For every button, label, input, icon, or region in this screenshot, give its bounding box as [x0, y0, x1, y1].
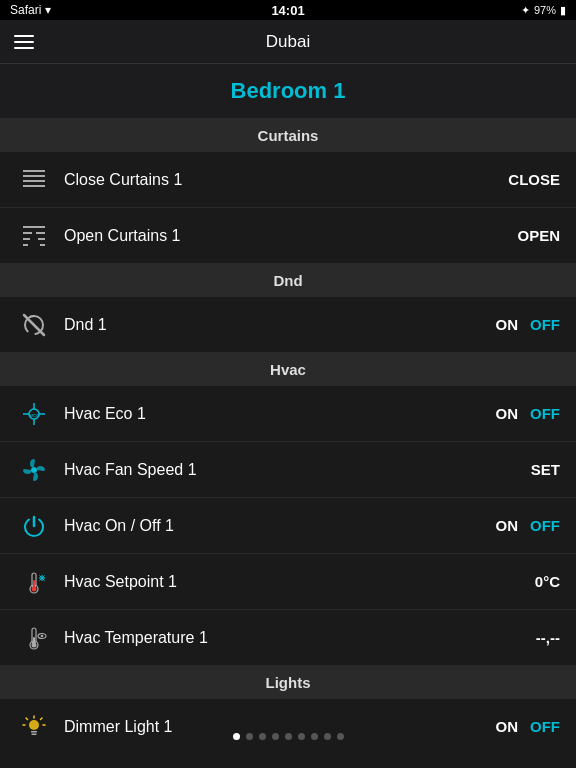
battery-label: 97% [534, 4, 556, 16]
hvac-eco-action[interactable]: ON OFF [496, 405, 561, 422]
page-dot-6 [298, 733, 305, 740]
svg-line-35 [26, 718, 28, 720]
curtain-close-icon [16, 162, 52, 198]
svg-rect-10 [40, 244, 45, 246]
svg-rect-39 [31, 731, 37, 733]
page-dot-1 [233, 733, 240, 740]
svg-text:eco: eco [30, 412, 40, 418]
dnd-label: Dnd 1 [64, 316, 496, 334]
row-close-curtains-1[interactable]: Close Curtains 1 CLOSE [0, 152, 576, 208]
section-dnd-header: Dnd [0, 264, 576, 297]
svg-rect-7 [23, 238, 30, 240]
svg-point-30 [32, 642, 37, 647]
svg-rect-8 [38, 238, 45, 240]
section-lights-header: Lights [0, 666, 576, 699]
nav-title: Dubai [266, 32, 310, 52]
menu-button[interactable] [14, 35, 34, 49]
hvac-temp-icon [16, 620, 52, 656]
svg-rect-4 [23, 226, 45, 228]
svg-rect-1 [23, 175, 45, 177]
page-dot-4 [272, 733, 279, 740]
dnd-off-label[interactable]: OFF [530, 316, 560, 333]
svg-rect-9 [23, 244, 28, 246]
hvac-power-icon [16, 508, 52, 544]
hvac-eco-on-label[interactable]: ON [496, 405, 519, 422]
hvac-setpoint-value: 0°C [535, 573, 560, 590]
hvac-setpoint-label: Hvac Setpoint 1 [64, 573, 535, 591]
dnd-icon [16, 307, 52, 343]
svg-point-32 [41, 634, 44, 637]
close-curtains-action[interactable]: CLOSE [508, 171, 560, 188]
page-dot-7 [311, 733, 318, 740]
hvac-eco-icon: eco [16, 396, 52, 432]
row-hvac-onoff-1[interactable]: Hvac On / Off 1 ON OFF [0, 498, 576, 554]
hvac-onoff-action[interactable]: ON OFF [496, 517, 561, 534]
svg-rect-5 [23, 232, 32, 234]
status-left: Safari ▾ [10, 3, 51, 17]
row-hvac-eco-1[interactable]: eco Hvac Eco 1 ON OFF [0, 386, 576, 442]
hvac-fan-action-label: SET [531, 461, 560, 478]
hvac-onoff-off-label[interactable]: OFF [530, 517, 560, 534]
section-hvac-header: Hvac [0, 353, 576, 386]
dnd-on-label[interactable]: ON [496, 316, 519, 333]
hvac-onoff-on-label[interactable]: ON [496, 517, 519, 534]
wifi-icon: ▾ [45, 3, 51, 17]
nav-bar: Dubai [0, 20, 576, 64]
hvac-temp-value: --,-- [536, 629, 560, 646]
section-curtains-header: Curtains [0, 119, 576, 152]
svg-line-37 [41, 718, 43, 720]
row-hvac-fan-1[interactable]: Hvac Fan Speed 1 SET [0, 442, 576, 498]
hvac-fan-label: Hvac Fan Speed 1 [64, 461, 531, 479]
row-dnd-1[interactable]: Dnd 1 ON OFF [0, 297, 576, 353]
safari-label: Safari [10, 3, 41, 17]
svg-rect-2 [23, 180, 45, 182]
open-curtains-action-label: OPEN [517, 227, 560, 244]
open-curtains-action[interactable]: OPEN [517, 227, 560, 244]
hvac-eco-label: Hvac Eco 1 [64, 405, 496, 423]
room-title: Bedroom 1 [0, 64, 576, 119]
svg-rect-0 [23, 170, 45, 172]
hvac-temp-label: Hvac Temperature 1 [64, 629, 536, 647]
svg-point-22 [32, 586, 37, 591]
hvac-onoff-label: Hvac On / Off 1 [64, 517, 496, 535]
dnd-action[interactable]: ON OFF [496, 316, 561, 333]
hvac-setpoint-action[interactable]: 0°C [535, 573, 560, 590]
svg-point-33 [29, 720, 39, 730]
close-curtains-label: Close Curtains 1 [64, 171, 508, 189]
page-dots [0, 733, 576, 740]
hvac-setpoint-icon [16, 564, 52, 600]
bluetooth-icon: ✦ [521, 4, 530, 17]
status-right: ✦ 97% ▮ [521, 4, 566, 17]
page-dot-3 [259, 733, 266, 740]
row-hvac-setpoint-1[interactable]: Hvac Setpoint 1 0°C [0, 554, 576, 610]
hvac-eco-off-label[interactable]: OFF [530, 405, 560, 422]
open-curtains-label: Open Curtains 1 [64, 227, 517, 245]
battery-icon: ▮ [560, 4, 566, 17]
hvac-fan-action[interactable]: SET [531, 461, 560, 478]
close-curtains-action-label: CLOSE [508, 171, 560, 188]
row-dimmer-light-1[interactable]: Dimmer Light 1 ON OFF [0, 699, 576, 748]
hvac-temp-action: --,-- [536, 629, 560, 646]
svg-rect-3 [23, 185, 45, 187]
status-bar: Safari ▾ 14:01 ✦ 97% ▮ [0, 0, 576, 20]
svg-rect-6 [36, 232, 45, 234]
row-open-curtains-1[interactable]: Open Curtains 1 OPEN [0, 208, 576, 264]
page-dot-5 [285, 733, 292, 740]
page-dot-9 [337, 733, 344, 740]
status-time: 14:01 [271, 3, 304, 18]
svg-point-18 [31, 467, 37, 473]
hvac-fan-icon [16, 452, 52, 488]
main-content: Bedroom 1 Curtains Close Curtains 1 CLOS… [0, 64, 576, 748]
page-dot-2 [246, 733, 253, 740]
row-hvac-temp-1[interactable]: Hvac Temperature 1 --,-- [0, 610, 576, 666]
curtain-open-icon [16, 218, 52, 254]
page-dot-8 [324, 733, 331, 740]
